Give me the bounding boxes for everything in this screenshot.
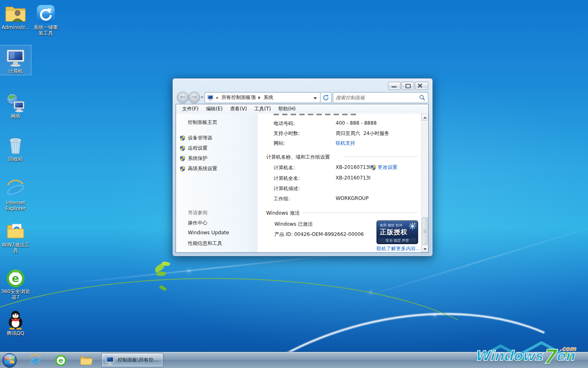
qq-icon [7, 310, 24, 330]
workgroup-value: WORKGROUP [336, 195, 369, 202]
minimize-button[interactable] [388, 82, 401, 90]
antivirus-check-icon[interactable] [519, 355, 525, 361]
win7-activator-icon [6, 222, 25, 241]
chevron-down-icon [200, 96, 204, 99]
menu-tools[interactable]: 工具(T) [251, 104, 275, 114]
desktop-icon-reinstall-tool[interactable]: 系统一键重 装工具 [30, 2, 61, 37]
system-tray [510, 355, 543, 361]
desktop-icon-label: Internet Explorer [0, 200, 31, 211]
windows-activation-section-header: Windows 激活 [266, 210, 299, 217]
change-settings-label: 更改设置 [378, 164, 397, 171]
sidebar-item-control-panel-home[interactable]: 控制面板主页 [188, 119, 217, 126]
sidebar-item-device-manager[interactable]: 设备管理器 [180, 135, 212, 141]
uac-shield-icon [180, 146, 185, 151]
maximize-button[interactable] [401, 82, 414, 90]
desktop-icon-internet-explorer[interactable]: Internet Explorer [0, 177, 31, 212]
desktop-icon-label: 360安全浏览 器7 [0, 289, 31, 300]
badge-top-text: 使用 微软 软件 [377, 221, 416, 228]
desktop-icon-computer[interactable]: 计算机 [0, 45, 31, 75]
address-bar[interactable]: « 所有控制面板项 系统 [205, 92, 321, 103]
desktop-icon-label: Administr... [0, 25, 31, 30]
menu-view[interactable]: 查看(V) [226, 104, 251, 114]
section-divider [343, 157, 418, 157]
desktop-icon-label: 系统一键重 装工具 [30, 25, 61, 36]
taskbar-360-browser[interactable] [54, 354, 68, 367]
desktop-icon-label: 回收站 [0, 156, 31, 162]
360-browser-icon [55, 354, 67, 366]
action-center-flag-icon[interactable] [510, 356, 515, 361]
vertical-scrollbar[interactable] [421, 114, 428, 252]
maximize-icon [405, 84, 411, 88]
wallpaper-light-beam [58, 251, 367, 285]
change-settings-link[interactable]: 更改设置 [370, 164, 397, 171]
network-status-icon[interactable] [537, 356, 543, 361]
windows-start-orb-icon [2, 353, 17, 368]
taskbar-active-window-button[interactable]: 控制面板\所有控... [101, 353, 163, 367]
search-box [333, 92, 428, 103]
sidebar-item-remote-settings[interactable]: 远程设置 [180, 145, 207, 152]
search-input[interactable] [333, 95, 419, 101]
desktop-icon-recycle-bin[interactable]: 回收站 [0, 133, 31, 163]
address-dropdown[interactable] [314, 95, 317, 101]
system-page-icon [207, 94, 214, 101]
menu-file[interactable]: 文件(F) [178, 104, 202, 114]
computer-name-row: 计算机名: XB-20160713I [274, 164, 370, 171]
wallpaper-sparkle [434, 314, 436, 316]
start-button[interactable] [2, 354, 17, 367]
menu-edit[interactable]: 编辑(E) [202, 104, 226, 114]
desktop-icon-qq[interactable]: 腾讯QQ [0, 307, 31, 337]
sidebar-item-system-protection[interactable]: 系统保护 [180, 155, 207, 162]
uac-shield-icon [180, 156, 185, 162]
phone-row: 电话号码: 400 - 888 - 8888 [274, 120, 376, 127]
close-button[interactable] [415, 82, 428, 90]
chevron-down-icon [314, 97, 317, 99]
desktop-icon-label: WIN7激活工 具 [0, 242, 31, 254]
sidebar-item-label: 高级系统设置 [188, 165, 217, 172]
desktop-icon-360-browser[interactable]: 360安全浏览 器7 [0, 266, 31, 301]
desktop-icon-win7-activator[interactable]: WIN7激活工 具 [0, 219, 31, 254]
computer-fullname-row: 计算机全名: XB-20160713I [274, 175, 370, 182]
scrollbar-thumb[interactable] [422, 218, 428, 245]
refresh-button[interactable] [320, 92, 332, 103]
breadcrumb-overflow[interactable]: « [216, 95, 218, 101]
task-button-label: 控制面板\所有控... [118, 357, 158, 364]
genuine-software-badge[interactable]: 使用 微软 软件 正版授权 安全 稳定 声誉 [376, 220, 418, 244]
wallpaper-sparkle [188, 270, 190, 272]
taskbar-internet-explorer[interactable] [29, 354, 42, 367]
scroll-down-icon [423, 248, 427, 250]
sidebar-item-action-center[interactable]: 操作中心 [188, 220, 207, 227]
sidebar-item-advanced-settings[interactable]: 高级系统设置 [180, 165, 217, 172]
workgroup-label: 工作组: [274, 195, 336, 202]
search-icon[interactable] [419, 94, 425, 101]
sidebar-item-windows-update[interactable]: Windows Update [188, 230, 229, 236]
online-support-link[interactable]: 联机支持 [336, 140, 355, 147]
volume-icon[interactable] [528, 356, 534, 361]
menu-bar: 文件(F) 编辑(E) 查看(V) 工具(T) 帮助(H) [176, 104, 428, 114]
activation-status: Windows 已激活 [274, 221, 312, 228]
support-hours-row: 支持小时数: 周日至周六 24小时服务 [274, 130, 389, 137]
website-label: 网站: [274, 140, 336, 147]
forward-button[interactable]: → [188, 92, 200, 103]
desktop: Administr... 系统一键重 装工具 计算机 网络 回收站 Intern… [0, 0, 588, 368]
computer-fullname-value: XB-20160713I [336, 175, 370, 182]
desktop-icon-network[interactable]: 网络 [0, 90, 31, 120]
scroll-up-button[interactable] [421, 114, 428, 121]
back-button[interactable]: ← [177, 92, 189, 103]
wallpaper-leaf [159, 284, 167, 292]
menu-help[interactable]: 帮助(H) [275, 104, 299, 114]
sidebar-item-performance-tools[interactable]: 性能信息和工具 [188, 240, 222, 247]
uac-shield-icon [180, 166, 185, 172]
taskbar-windows-explorer[interactable] [79, 354, 93, 367]
scroll-down-button[interactable] [421, 245, 428, 252]
window-client-area: 文件(F) 编辑(E) 查看(V) 工具(T) 帮助(H) 控制面板主页 设备管… [176, 104, 429, 253]
learn-more-online-link[interactable]: 联机了解更多内容... [376, 245, 420, 252]
window-body: 控制面板主页 设备管理器 远程设置 系统保护 [176, 114, 428, 252]
breadcrumb-system[interactable]: 系统 [263, 94, 273, 101]
computer-name-value: XB-20160713I [336, 164, 370, 171]
breadcrumb-arrow-icon [258, 96, 261, 99]
nav-history-dropdown[interactable] [200, 96, 204, 99]
desktop-icon-administrator[interactable]: Administr... [0, 2, 31, 31]
breadcrumb-all-control-panel[interactable]: 所有控制面板项 [221, 94, 256, 101]
minimize-icon [392, 86, 396, 88]
refresh-icon [323, 94, 329, 101]
